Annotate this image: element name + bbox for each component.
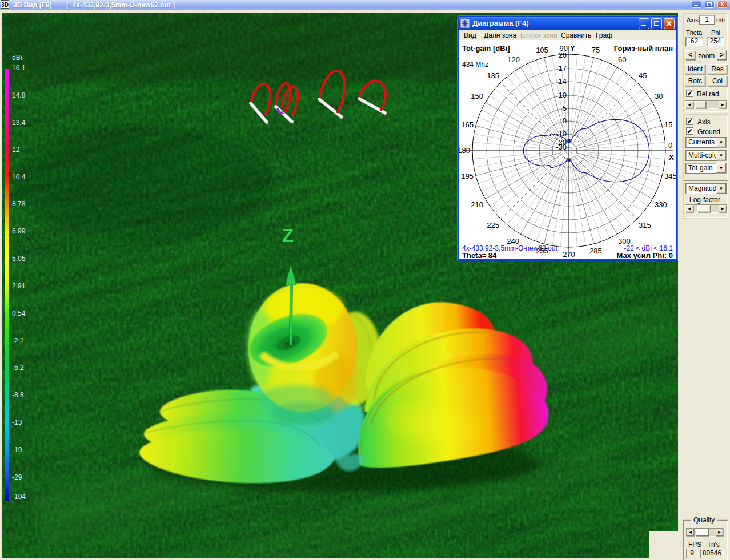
svg-text:Гориз-ный план: Гориз-ный план bbox=[614, 44, 673, 53]
svg-text:210: 210 bbox=[471, 200, 483, 209]
svg-text:180: 180 bbox=[459, 146, 470, 155]
svg-text:315: 315 bbox=[639, 221, 651, 229]
svg-text:14: 14 bbox=[559, 77, 567, 86]
svg-text:150: 150 bbox=[471, 92, 483, 100]
svg-text:Мах усил Phi: 0: Мах усил Phi: 0 bbox=[617, 251, 673, 259]
svg-text:330: 330 bbox=[655, 200, 667, 209]
svg-text:15: 15 bbox=[664, 120, 672, 129]
svg-text:270: 270 bbox=[563, 250, 575, 259]
svg-text:75: 75 bbox=[592, 46, 600, 54]
svg-text:90: 90 bbox=[560, 44, 568, 53]
svg-text:Tot-gain [dBi]: Tot-gain [dBi] bbox=[462, 44, 510, 53]
svg-text:17: 17 bbox=[559, 64, 567, 72]
svg-text:135: 135 bbox=[487, 71, 499, 80]
svg-text:165: 165 bbox=[461, 120, 474, 129]
svg-text:Theta= 84: Theta= 84 bbox=[462, 251, 497, 259]
svg-text:105: 105 bbox=[536, 46, 548, 54]
svg-text:0: 0 bbox=[668, 141, 672, 150]
svg-text:Z: Z bbox=[282, 225, 294, 246]
svg-text:120: 120 bbox=[507, 55, 520, 64]
svg-text:0: 0 bbox=[563, 116, 567, 125]
svg-text:434 Mhz: 434 Mhz bbox=[462, 61, 488, 69]
svg-text:45: 45 bbox=[639, 71, 647, 80]
svg-text:10: 10 bbox=[559, 91, 567, 99]
svg-text:Y: Y bbox=[570, 44, 575, 53]
svg-text:5: 5 bbox=[563, 104, 567, 112]
svg-text:285: 285 bbox=[589, 247, 602, 255]
svg-text:-10: -10 bbox=[556, 130, 567, 138]
svg-text:225: 225 bbox=[487, 221, 499, 229]
svg-text:-20: -20 bbox=[556, 138, 567, 147]
svg-text:195: 195 bbox=[461, 172, 474, 180]
svg-text:30: 30 bbox=[655, 92, 663, 100]
svg-text:345: 345 bbox=[664, 172, 676, 180]
svg-text:60: 60 bbox=[618, 55, 626, 64]
svg-text:X: X bbox=[669, 153, 674, 162]
